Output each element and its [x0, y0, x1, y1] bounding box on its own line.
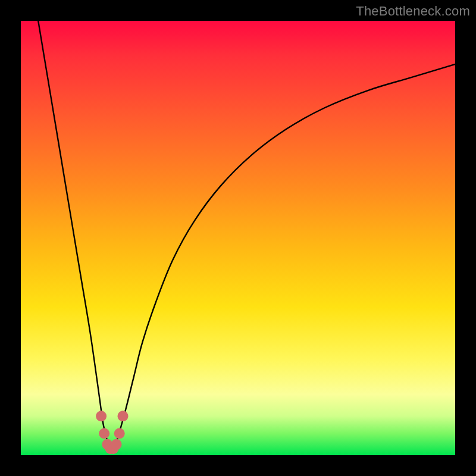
plot-area: [21, 21, 455, 455]
highlight-marker: [111, 439, 122, 450]
highlight-marker: [118, 411, 129, 421]
chart-svg: [21, 21, 455, 455]
highlight-marker: [114, 428, 125, 439]
highlight-marker: [96, 411, 107, 421]
watermark-text: TheBottleneck.com: [356, 4, 470, 19]
chart-frame: TheBottleneck.com: [0, 0, 476, 476]
highlight-marker: [99, 428, 109, 439]
curve-line: [38, 21, 455, 452]
